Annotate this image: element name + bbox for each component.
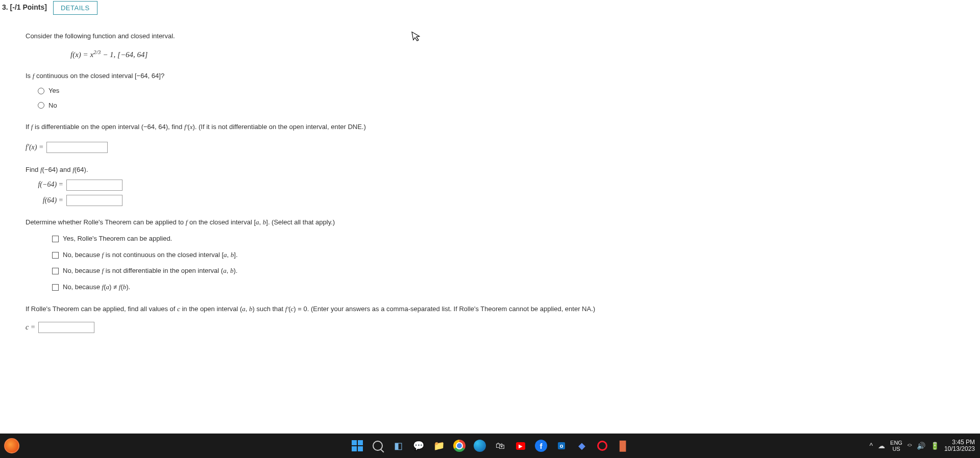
radio-option-yes[interactable]: Yes [38, 85, 970, 97]
fprime-label: f'(x) = [26, 141, 43, 155]
checkbox-icon[interactable] [52, 284, 59, 291]
question-body: Consider the following function and clos… [0, 21, 980, 348]
task-view-icon: ◧ [394, 440, 403, 451]
checkbox-icon[interactable] [52, 268, 59, 274]
clock[interactable]: 3:45 PM 10/13/2023 [944, 439, 975, 452]
check-option-fa-ne-fb[interactable]: No, because f(a) ≠ f(b). [52, 281, 970, 294]
checkbox-icon[interactable] [52, 252, 59, 259]
radio-icon[interactable] [38, 102, 44, 109]
taskbar: ◧ 💬 📁 🛍 ▶ f o ◆ ▐▌ ^ ☁ ENG US ⌔ 🔊 🔋 3:45… [0, 434, 980, 458]
volume-icon[interactable]: 🔊 [917, 442, 925, 450]
question-number: 3. [-/1 Points] [0, 1, 47, 11]
check-label: Yes, Rolle's Theorem can be applied. [63, 233, 172, 245]
outlook-icon: o [558, 442, 566, 449]
check-option-not-differentiable[interactable]: No, because f is not differentiable in t… [52, 265, 970, 277]
search-icon [373, 441, 383, 451]
app-button[interactable]: ◆ [574, 438, 590, 453]
app2-button[interactable]: ▐▌ [615, 438, 630, 453]
outlook-button[interactable]: o [554, 438, 569, 453]
file-explorer-button[interactable]: 📁 [431, 438, 447, 453]
f-64-input[interactable] [66, 195, 122, 206]
edge-button[interactable] [472, 438, 487, 453]
start-button[interactable] [350, 438, 365, 453]
endpoints-prompt: Find f(−64) and f(64). [26, 164, 970, 176]
chat-button[interactable]: 💬 [411, 438, 426, 453]
f-neg64-input[interactable] [66, 180, 122, 191]
youtube-icon: ▶ [516, 442, 525, 450]
windows-logo-icon [352, 440, 363, 451]
check-option-not-continuous[interactable]: No, because f is not continuous on the c… [52, 249, 970, 262]
taskbar-center: ◧ 💬 📁 🛍 ▶ f o ◆ ▐▌ [350, 438, 630, 453]
tray-chevron-icon[interactable]: ^ [870, 442, 873, 450]
system-tray: ^ ☁ ENG US ⌔ 🔊 🔋 3:45 PM 10/13/2023 [870, 439, 975, 452]
rolle-question: Determine whether Rolle's Theorem can be… [26, 216, 970, 293]
checkbox-icon[interactable] [52, 236, 59, 242]
battery-icon[interactable]: 🔋 [930, 442, 939, 450]
radio-option-no[interactable]: No [38, 99, 970, 112]
chrome-icon [453, 440, 465, 452]
fprime-input[interactable] [46, 142, 108, 153]
store-button[interactable]: 🛍 [493, 438, 508, 453]
app2-icon: ▐▌ [616, 441, 629, 451]
cvalues-prompt: If Rolle's Theorem can be applied, find … [26, 303, 970, 316]
app-icon: ◆ [578, 440, 585, 451]
folder-icon: 📁 [433, 440, 445, 451]
intro-text: Consider the following function and clos… [26, 30, 970, 43]
function-formula: f(x) = x2/3 − 1, [−64, 64] [70, 47, 970, 62]
radio-label: Yes [48, 85, 59, 97]
task-view-button[interactable]: ◧ [390, 438, 406, 453]
cloud-icon[interactable]: ☁ [878, 442, 885, 450]
c-input[interactable] [38, 322, 94, 333]
rolle-prompt: Determine whether Rolle's Theorem can be… [26, 216, 970, 229]
question-header: 3. [-/1 Points] DETAILS [0, 0, 980, 17]
f-neg64-label: f(−64) = [26, 178, 63, 192]
check-label: No, because f is not differentiable in t… [63, 265, 237, 277]
radio-icon[interactable] [38, 88, 44, 94]
youtube-button[interactable]: ▶ [513, 438, 528, 453]
search-button[interactable] [370, 438, 385, 453]
details-button[interactable]: DETAILS [53, 1, 97, 15]
taskbar-orb-icon[interactable] [4, 438, 19, 453]
continuous-question: Is f continuous on the closed interval [… [26, 70, 970, 112]
c-label: c = [26, 321, 35, 335]
chrome-button[interactable] [452, 438, 467, 453]
differentiable-question: If f is differentiable on the open inter… [26, 121, 970, 154]
chat-icon: 💬 [413, 440, 424, 451]
facebook-icon: f [535, 440, 547, 452]
store-icon: 🛍 [496, 441, 505, 451]
cvalues-question: If Rolle's Theorem can be applied, find … [26, 303, 970, 334]
check-label: No, because f(a) ≠ f(b). [63, 281, 130, 294]
facebook-button[interactable]: f [533, 438, 549, 453]
language-indicator[interactable]: ENG US [890, 440, 902, 452]
edge-icon [474, 440, 486, 452]
opera-button[interactable] [595, 438, 610, 453]
wifi-icon[interactable]: ⌔ [908, 442, 912, 450]
check-option-yes[interactable]: Yes, Rolle's Theorem can be applied. [52, 233, 970, 245]
radio-label: No [48, 99, 57, 112]
differentiable-prompt: If f is differentiable on the open inter… [26, 121, 970, 134]
opera-icon [597, 441, 607, 451]
endpoints-question: Find f(−64) and f(64). f(−64) = f(64) = [26, 164, 970, 208]
check-label: No, because f is not continuous on the c… [63, 249, 238, 262]
f-64-label: f(64) = [26, 194, 63, 208]
